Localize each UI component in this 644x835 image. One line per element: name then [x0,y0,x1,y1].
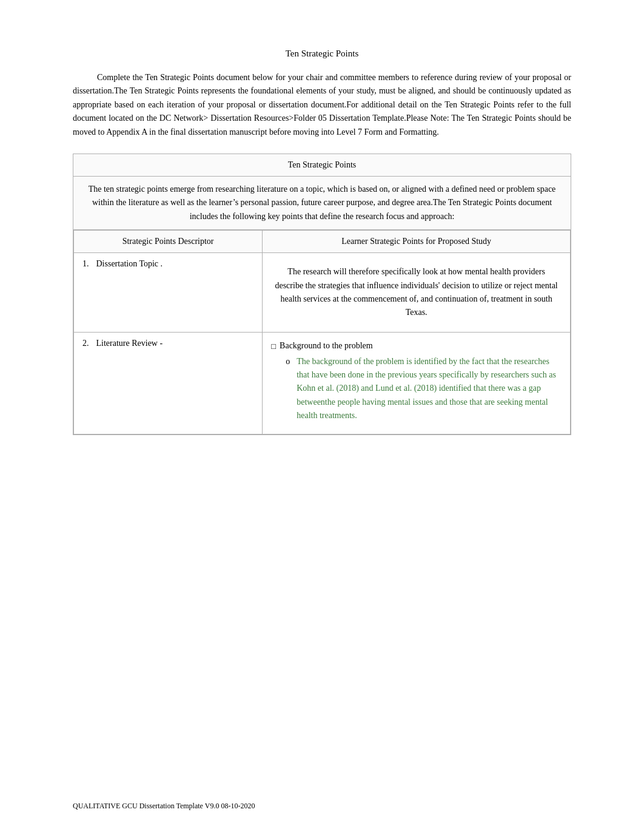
table-header-title: Ten Strategic Points [73,154,571,177]
row2-content-cell: □ Background to the problem The backgrou… [263,332,571,434]
intro-paragraph: Complete the Ten Strategic Points docume… [73,71,571,139]
col-descriptor-header: Strategic Points Descriptor [74,231,263,253]
row1-content-text: The research will therefore specifically… [271,259,562,326]
page-title: Ten Strategic Points [73,49,571,59]
row2-sub-list: The background of the problem is identif… [271,355,562,423]
table-row: 1. Dissertation Topic . The research wil… [74,253,571,333]
main-table: Strategic Points Descriptor Learner Stra… [73,230,571,434]
strategic-points-table-wrapper: Ten Strategic Points The ten strategic p… [73,154,571,435]
row1-number: 1. [82,259,92,269]
col-learner-header: Learner Strategic Points for Proposed St… [263,231,571,253]
row1-content-cell: The research will therefore specifically… [263,253,571,333]
bullet-square-icon: □ [271,342,276,351]
row1-descriptor-cell: 1. Dissertation Topic . [74,253,263,333]
table-row: 2. Literature Review - □ Background to t… [74,332,571,434]
row2-descriptor-text: Literature Review - [96,339,163,348]
row2-bullet-section: □ Background to the problem The backgrou… [271,339,562,428]
row2-number: 2. [82,339,92,348]
list-item: The background of the problem is identif… [286,355,562,423]
page-footer: QUALITATIVE GCU Dissertation Template V9… [73,802,255,811]
table-description: The ten strategic points emerge from res… [73,177,571,230]
row2-bullet-header: □ Background to the problem [271,341,562,351]
row2-bullet-header-text: Background to the problem [280,341,373,351]
row1-descriptor-text: Dissertation Topic . [96,259,163,269]
row2-descriptor-cell: 2. Literature Review - [74,332,263,434]
sub-bullet-text: The background of the problem is identif… [297,357,556,421]
